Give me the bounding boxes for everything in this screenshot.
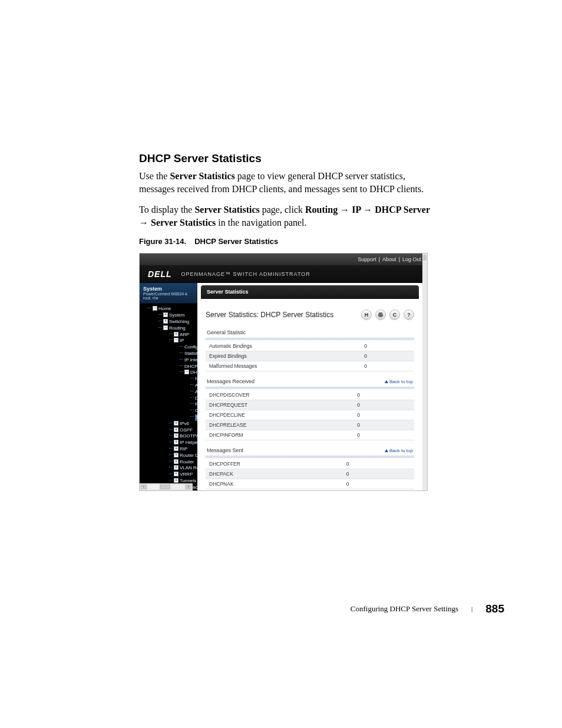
nav-configuration[interactable]: Configuration: [184, 344, 197, 350]
toggle-icon[interactable]: [174, 427, 178, 432]
toggle-icon[interactable]: [174, 472, 178, 476]
toggle-icon[interactable]: [163, 312, 168, 317]
stat-value: 0: [333, 420, 414, 430]
toggle-icon[interactable]: [174, 338, 178, 342]
nav-router[interactable]: Router: [180, 459, 194, 465]
table-row: DHCPREQUEST0: [206, 400, 414, 410]
nav-vlan-routing[interactable]: VLAN Routing: [180, 465, 197, 470]
section-received: Messages Received Back to top DHCPDISCOV…: [206, 376, 414, 440]
print-icon[interactable]: [375, 309, 386, 320]
brand-title: OPENMANAGE™ SWITCH ADMINISTRATOR: [181, 271, 310, 277]
nav-arp[interactable]: ARP: [180, 332, 189, 337]
section-heading-sent: Messages Sent: [207, 447, 243, 453]
toggle-icon[interactable]: [163, 325, 168, 330]
toggle-icon[interactable]: [174, 465, 178, 470]
back-to-top-link[interactable]: Back to top: [385, 448, 413, 453]
stat-value: 0: [333, 430, 414, 440]
stat-value: 0: [340, 361, 414, 371]
section-general: General Statistic Automatic Bindings0 Ex…: [206, 327, 414, 371]
nav-statistics[interactable]: Statistics: [184, 351, 197, 356]
footer-chapter: Configuring DHCP Server Settings: [351, 604, 458, 614]
nav-ip[interactable]: IP: [180, 338, 184, 343]
table-row: DHCPDISCOVER0: [206, 390, 414, 400]
nav-router-disc[interactable]: Router Discovery: [180, 453, 197, 458]
stat-value: 0: [333, 400, 414, 410]
nav-vrrp[interactable]: VRRP: [180, 472, 193, 477]
stat-value: 0: [333, 390, 414, 400]
link-logout[interactable]: Log Out: [402, 256, 421, 262]
stat-value: 0: [323, 469, 414, 479]
nav-ip-helper[interactable]: IP Helper: [180, 440, 197, 445]
sidebar-h-scrollbar[interactable]: ‹ ›: [140, 483, 193, 490]
sent-table: DHCPOFFER0 DHCPACK0 DHCPNAK0: [206, 459, 414, 489]
nav-system[interactable]: System: [169, 312, 185, 318]
triangle-up-icon: [385, 449, 388, 452]
header-links: Support | About | Log Out: [140, 253, 427, 265]
nav-tunnels[interactable]: Tunnels: [180, 478, 196, 483]
nav-dhcp-client[interactable]: DHCP Client Lea: [184, 364, 197, 369]
toggle-icon[interactable]: [184, 370, 189, 374]
table-row: DHCPINFORM0: [206, 430, 414, 440]
toggle-icon[interactable]: [174, 433, 178, 438]
toggle-icon[interactable]: [174, 478, 178, 483]
stat-label: DHCPOFFER: [206, 459, 323, 469]
toggle-icon[interactable]: [174, 453, 178, 457]
section-heading-general: General Statistic: [207, 330, 246, 335]
stat-label: DHCPREQUEST: [206, 400, 333, 410]
main-v-scrollbar[interactable]: [422, 253, 427, 490]
screenshot: Support | About | Log Out DELL OPENMANAG…: [139, 253, 428, 491]
help-icon[interactable]: ?: [404, 309, 414, 320]
nav-sidebar: System PowerConnect M8024-k root, r/w Ho…: [140, 283, 197, 490]
toggle-icon[interactable]: [174, 421, 178, 426]
link-support[interactable]: Support: [358, 256, 376, 262]
figure-caption: Figure 31-14.DHCP Server Statistics: [139, 237, 434, 246]
svg-rect-0: [379, 313, 382, 315]
stat-label: DHCPINFORM: [206, 430, 333, 440]
paragraph-1: Use the Server Statistics page to view g…: [139, 170, 434, 195]
table-row: DHCPACK0: [206, 469, 414, 479]
section-heading: DHCP Server Statistics: [139, 152, 434, 165]
link-about[interactable]: About: [382, 256, 396, 262]
stat-value: 0: [340, 341, 414, 351]
table-row: Automatic Bindings0: [206, 341, 414, 351]
scroll-right-icon[interactable]: ›: [186, 485, 191, 489]
stat-label: DHCPDISCOVER: [206, 390, 333, 400]
stat-label: DHCPDECLINE: [206, 410, 333, 420]
nav-switching[interactable]: Switching: [169, 319, 189, 324]
toggle-icon[interactable]: [153, 306, 157, 311]
separator: |: [399, 256, 400, 262]
printer-icon: [378, 312, 384, 318]
stat-value: 0: [333, 410, 414, 420]
save-icon[interactable]: H: [361, 309, 372, 320]
back-to-top-link[interactable]: Back to top: [385, 379, 413, 384]
nav-routing[interactable]: Routing: [169, 325, 186, 331]
toggle-icon[interactable]: [174, 446, 178, 451]
sidebar-header: System PowerConnect M8024-k root, r/w: [140, 283, 197, 304]
nav-dhcp-server[interactable]: DHCP Server: [190, 370, 197, 375]
table-row: DHCPNAK0: [206, 479, 414, 489]
nav-ip-interface[interactable]: IP Interface Conf: [184, 357, 197, 363]
table-row: DHCPOFFER0: [206, 459, 414, 469]
general-table: Automatic Bindings0 Expired Bindings0 Ma…: [206, 341, 414, 371]
received-table: DHCPDISCOVER0 DHCPREQUEST0 DHCPDECLINE0 …: [206, 390, 414, 440]
toggle-icon[interactable]: [174, 459, 178, 464]
nav-ospf[interactable]: OSPF: [180, 427, 193, 433]
nav-ipv6[interactable]: IPv6: [180, 421, 189, 426]
stat-label: Malformed Messages: [206, 361, 340, 371]
toggle-icon[interactable]: [163, 319, 168, 324]
nav-tree[interactable]: Home System Switching Routing ARP IP: [140, 304, 197, 490]
breadcrumb: Server Statistics: [201, 285, 419, 299]
refresh-icon[interactable]: C: [389, 309, 400, 320]
scroll-thumb[interactable]: [160, 485, 170, 489]
toggle-icon[interactable]: [174, 332, 178, 337]
nav-bootp[interactable]: BOOTP/DHCP Relay: [180, 433, 197, 439]
nav-rip[interactable]: RIP: [180, 446, 187, 452]
paragraph-2: To display the Server Statistics page, c…: [139, 203, 434, 229]
scroll-left-icon[interactable]: ‹: [141, 485, 147, 489]
toggle-icon[interactable]: [174, 440, 178, 444]
scroll-thumb[interactable]: [423, 255, 427, 261]
stat-value: 0: [323, 459, 414, 469]
table-row: DHCPDECLINE0: [206, 410, 414, 420]
nav-home[interactable]: Home: [158, 306, 171, 311]
panel-title: Server Statistics: DHCP Server Statistic…: [206, 311, 361, 319]
